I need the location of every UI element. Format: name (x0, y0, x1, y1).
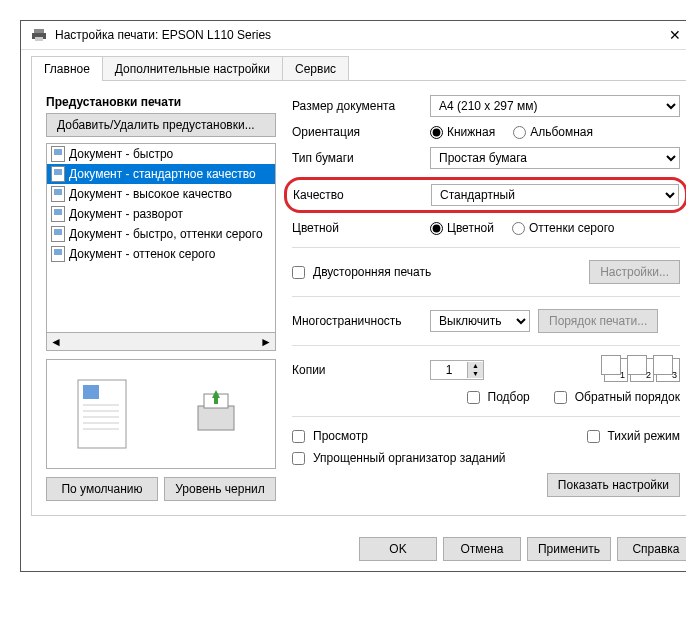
preset-item[interactable]: Документ - оттенок серого (47, 244, 275, 264)
simplified-label: Упрощенный организатор заданий (313, 451, 506, 465)
collate-checkbox[interactable] (467, 391, 480, 404)
preset-label: Документ - быстро, оттенки серого (69, 227, 263, 241)
svg-rect-10 (198, 406, 234, 430)
quality-label: Качество (293, 188, 423, 202)
copies-label: Копии (292, 363, 422, 377)
printer-preview-icon (186, 384, 246, 444)
simplified-organizer-checkbox[interactable] (292, 452, 305, 465)
radio-label: Оттенки серого (529, 221, 615, 235)
collate-preview-icon (604, 358, 680, 382)
ok-button[interactable]: OK (359, 537, 437, 561)
preview-label: Просмотр (313, 429, 368, 443)
document-icon (51, 206, 65, 222)
multipage-label: Многостраничность (292, 314, 422, 328)
spin-down-icon[interactable]: ▼ (467, 370, 483, 378)
orientation-label: Ориентация (292, 125, 422, 139)
doc-size-select[interactable]: A4 (210 x 297 мм) (430, 95, 680, 117)
duplex-label: Двусторонняя печать (313, 265, 431, 279)
collate-label: Подбор (488, 390, 530, 404)
document-icon (51, 246, 65, 262)
left-bottom-buttons: По умолчанию Уровень чернил (46, 477, 276, 501)
radio-label: Книжная (447, 125, 495, 139)
doc-size-label: Размер документа (292, 99, 422, 113)
titlebar: Настройка печати: EPSON L110 Series ✕ (21, 21, 686, 50)
copies-input[interactable] (431, 361, 467, 379)
svg-rect-0 (34, 29, 44, 33)
radio-label: Альбомная (530, 125, 593, 139)
tab-panel-main: Предустановки печати Добавить/Удалить пр… (31, 80, 686, 516)
preset-label: Документ - разворот (69, 207, 183, 221)
orientation-portrait[interactable]: Книжная (430, 125, 495, 139)
preset-item[interactable]: Документ - высокое качество (47, 184, 275, 204)
preset-label: Документ - быстро (69, 147, 173, 161)
paper-type-select[interactable]: Простая бумага (430, 147, 680, 169)
orientation-landscape[interactable]: Альбомная (513, 125, 593, 139)
duplex-settings-button[interactable]: Настройки... (589, 260, 680, 284)
window-title: Настройка печати: EPSON L110 Series (55, 28, 655, 42)
apply-button[interactable]: Применить (527, 537, 611, 561)
cancel-button[interactable]: Отмена (443, 537, 521, 561)
document-icon (51, 166, 65, 182)
printer-icon (31, 27, 47, 43)
ink-levels-button[interactable]: Уровень чернил (164, 477, 276, 501)
copies-spinner[interactable]: ▲▼ (430, 360, 484, 380)
defaults-button[interactable]: По умолчанию (46, 477, 158, 501)
quality-select[interactable]: Стандартный (431, 184, 679, 206)
duplex-checkbox[interactable] (292, 266, 305, 279)
document-icon (51, 226, 65, 242)
color-label: Цветной (292, 221, 422, 235)
tab-main[interactable]: Главное (31, 56, 103, 81)
dialog-footer: OK Отмена Применить Справка (21, 527, 686, 571)
left-pane: Предустановки печати Добавить/Удалить пр… (46, 95, 276, 501)
multipage-select[interactable]: Выключить (430, 310, 530, 332)
quality-highlight: Качество Стандартный (284, 177, 686, 213)
right-pane: Размер документа A4 (210 x 297 мм) Ориен… (292, 95, 680, 501)
reverse-label: Обратный порядок (575, 390, 680, 404)
preset-label: Документ - оттенок серого (69, 247, 216, 261)
quiet-label: Тихий режим (608, 429, 680, 443)
print-settings-window: Настройка печати: EPSON L110 Series ✕ Гл… (20, 20, 686, 572)
preset-item[interactable]: Документ - стандартное качество (47, 164, 275, 184)
close-icon[interactable]: ✕ (655, 27, 686, 43)
help-button[interactable]: Справка (617, 537, 686, 561)
preset-label: Документ - высокое качество (69, 187, 232, 201)
spin-up-icon[interactable]: ▲ (467, 362, 483, 370)
document-icon (51, 146, 65, 162)
svg-rect-2 (35, 37, 43, 41)
color-grayscale[interactable]: Оттенки серого (512, 221, 615, 235)
radio-label: Цветной (447, 221, 494, 235)
reverse-order-checkbox[interactable] (554, 391, 567, 404)
preview-pane (46, 359, 276, 469)
quiet-mode-checkbox[interactable] (587, 430, 600, 443)
tab-service[interactable]: Сервис (282, 56, 349, 81)
preset-item[interactable]: Документ - разворот (47, 204, 275, 224)
scroll-right-icon[interactable]: ► (257, 335, 275, 349)
add-remove-presets-button[interactable]: Добавить/Удалить предустановки... (46, 113, 276, 137)
svg-rect-13 (214, 396, 218, 404)
page-preview-icon (77, 379, 127, 449)
presets-heading: Предустановки печати (46, 95, 276, 109)
preview-checkbox[interactable] (292, 430, 305, 443)
tab-advanced[interactable]: Дополнительные настройки (102, 56, 283, 81)
svg-rect-4 (83, 385, 99, 399)
preset-item[interactable]: Документ - быстро (47, 144, 275, 164)
document-icon (51, 186, 65, 202)
color-color[interactable]: Цветной (430, 221, 494, 235)
paper-type-label: Тип бумаги (292, 151, 422, 165)
preset-label: Документ - стандартное качество (69, 167, 256, 181)
preset-list[interactable]: Документ - быстро Документ - стандартное… (46, 143, 276, 333)
horizontal-scrollbar[interactable]: ◄ ► (46, 333, 276, 351)
preset-item[interactable]: Документ - быстро, оттенки серого (47, 224, 275, 244)
tab-bar: Главное Дополнительные настройки Сервис (21, 50, 686, 81)
show-settings-button[interactable]: Показать настройки (547, 473, 680, 497)
scroll-left-icon[interactable]: ◄ (47, 335, 65, 349)
print-order-button[interactable]: Порядок печати... (538, 309, 658, 333)
